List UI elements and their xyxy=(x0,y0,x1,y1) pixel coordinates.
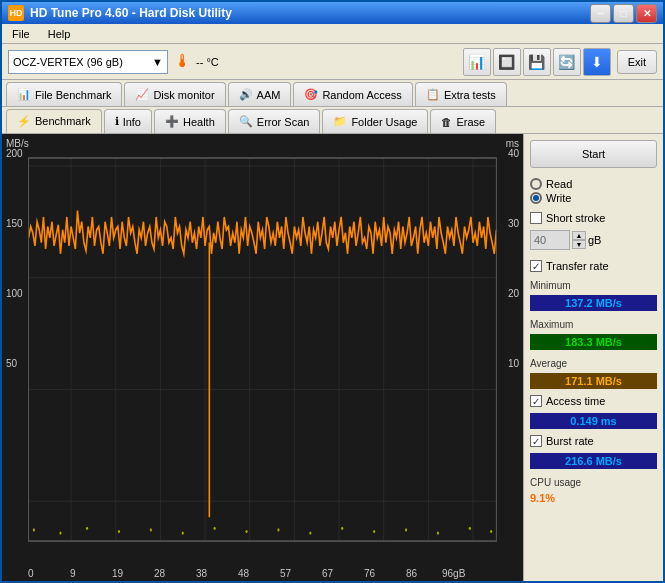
aam-icon: 🔊 xyxy=(239,88,253,101)
average-label: Average xyxy=(530,358,657,369)
stroke-up-button[interactable]: ▲ xyxy=(572,231,586,240)
burst-rate-value: 216.6 MB/s xyxy=(530,453,657,469)
tab-health[interactable]: ➕ Health xyxy=(154,109,226,133)
menu-bar: File Help xyxy=(2,24,663,44)
main-content: MB/s ms 200 150 100 50 40 30 20 10 0 9 1… xyxy=(2,134,663,581)
transfer-rate-checkbox[interactable]: ✓ Transfer rate xyxy=(530,260,657,272)
short-stroke-checkbox[interactable]: Short stroke xyxy=(530,212,657,224)
maximum-value: 183.3 MB/s xyxy=(530,334,657,350)
burst-rate-label: Burst rate xyxy=(546,435,594,447)
write-radio[interactable]: Write xyxy=(530,192,657,204)
tab-benchmark[interactable]: ⚡ Benchmark xyxy=(6,109,102,133)
refresh-icon-button[interactable]: 🔄 xyxy=(553,48,581,76)
random-access-icon: 🎯 xyxy=(304,88,318,101)
right-panel: Start Read Write Short stroke xyxy=(523,134,663,581)
svg-point-26 xyxy=(373,530,375,533)
write-radio-button[interactable] xyxy=(530,192,542,204)
toolbar: OCZ-VERTEX (96 gB) ▼ 🌡 -- °C 📊 🔲 💾 🔄 ⬇ E… xyxy=(2,44,663,80)
burst-rate-check[interactable]: ✓ xyxy=(530,435,542,447)
tab-extra-tests[interactable]: 📋 Extra tests xyxy=(415,82,507,106)
stroke-input-group: ▲ ▼ gB xyxy=(530,230,657,250)
erase-icon: 🗑 xyxy=(441,116,452,128)
write-label: Write xyxy=(546,192,571,204)
tab-error-scan[interactable]: 🔍 Error Scan xyxy=(228,109,321,133)
burst-rate-checkbox[interactable]: ✓ Burst rate xyxy=(530,435,657,447)
svg-point-29 xyxy=(469,527,471,530)
svg-point-18 xyxy=(118,530,120,533)
info-icon-button[interactable]: 🔲 xyxy=(493,48,521,76)
svg-point-24 xyxy=(309,532,311,535)
download-icon-button[interactable]: ⬇ xyxy=(583,48,611,76)
close-button[interactable]: ✕ xyxy=(636,4,657,23)
health-icon-button[interactable]: 📊 xyxy=(463,48,491,76)
access-time-value: 0.149 ms xyxy=(530,413,657,429)
app-icon: HD xyxy=(8,5,24,21)
read-radio[interactable]: Read xyxy=(530,178,657,190)
read-write-group: Read Write xyxy=(530,178,657,204)
tab-file-benchmark[interactable]: 📊 File Benchmark xyxy=(6,82,122,106)
cpu-usage-label: CPU usage xyxy=(530,477,657,488)
tab-disk-monitor[interactable]: 📈 Disk monitor xyxy=(124,82,225,106)
read-radio-button[interactable] xyxy=(530,178,542,190)
extra-tests-icon: 📋 xyxy=(426,88,440,101)
menu-file[interactable]: File xyxy=(8,27,34,41)
file-benchmark-icon: 📊 xyxy=(17,88,31,101)
drive-selector[interactable]: OCZ-VERTEX (96 gB) ▼ xyxy=(8,50,168,74)
transfer-rate-check[interactable]: ✓ xyxy=(530,260,542,272)
short-stroke-label: Short stroke xyxy=(546,212,605,224)
health-icon: ➕ xyxy=(165,115,179,128)
stroke-value-field[interactable] xyxy=(530,230,570,250)
save-icon-button[interactable]: 💾 xyxy=(523,48,551,76)
minimum-label: Minimum xyxy=(530,280,657,291)
average-value: 171.1 MB/s xyxy=(530,373,657,389)
cpu-usage-value: 9.1% xyxy=(530,492,657,504)
window-title: HD Tune Pro 4.60 - Hard Disk Utility xyxy=(30,6,232,20)
svg-point-15 xyxy=(33,528,35,531)
drive-name: OCZ-VERTEX xyxy=(13,56,84,68)
minimize-button[interactable]: ─ xyxy=(590,4,611,23)
exit-button[interactable]: Exit xyxy=(617,50,657,74)
svg-rect-31 xyxy=(29,158,497,541)
temperature-value: -- °C xyxy=(196,56,219,68)
chart-area: MB/s ms 200 150 100 50 40 30 20 10 0 9 1… xyxy=(2,134,523,581)
start-button[interactable]: Start xyxy=(530,140,657,168)
temperature-display: 🌡 -- °C xyxy=(174,51,219,72)
main-window: HD HD Tune Pro 4.60 - Hard Disk Utility … xyxy=(0,0,665,583)
disk-monitor-icon: 📈 xyxy=(135,88,149,101)
access-time-label: Access time xyxy=(546,395,605,407)
tab-row-1: 📊 File Benchmark 📈 Disk monitor 🔊 AAM 🎯 … xyxy=(2,80,663,107)
info-icon: ℹ xyxy=(115,115,119,128)
read-label: Read xyxy=(546,178,572,190)
tab-random-access[interactable]: 🎯 Random Access xyxy=(293,82,412,106)
stroke-down-button[interactable]: ▼ xyxy=(572,240,586,249)
maximum-label: Maximum xyxy=(530,319,657,330)
tab-aam[interactable]: 🔊 AAM xyxy=(228,82,292,106)
minimum-value: 137.2 MB/s xyxy=(530,295,657,311)
folder-usage-icon: 📁 xyxy=(333,115,347,128)
tab-info[interactable]: ℹ Info xyxy=(104,109,152,133)
menu-help[interactable]: Help xyxy=(44,27,75,41)
access-time-check[interactable]: ✓ xyxy=(530,395,542,407)
tab-erase[interactable]: 🗑 Erase xyxy=(430,109,496,133)
svg-point-17 xyxy=(86,527,88,530)
stroke-unit: gB xyxy=(588,234,601,246)
svg-point-23 xyxy=(277,528,279,531)
svg-point-30 xyxy=(490,530,492,533)
tab-row-2: ⚡ Benchmark ℹ Info ➕ Health 🔍 Error Scan… xyxy=(2,107,663,134)
error-scan-icon: 🔍 xyxy=(239,115,253,128)
svg-point-19 xyxy=(150,528,152,531)
access-time-checkbox[interactable]: ✓ Access time xyxy=(530,395,657,407)
tab-folder-usage[interactable]: 📁 Folder Usage xyxy=(322,109,428,133)
title-bar: HD HD Tune Pro 4.60 - Hard Disk Utility … xyxy=(2,2,663,24)
svg-point-25 xyxy=(341,527,343,530)
drive-dropdown-arrow: ▼ xyxy=(152,56,163,68)
svg-point-28 xyxy=(437,532,439,535)
svg-point-16 xyxy=(59,532,61,535)
transfer-rate-label: Transfer rate xyxy=(546,260,609,272)
benchmark-chart xyxy=(2,134,523,581)
svg-point-27 xyxy=(405,528,407,531)
short-stroke-check[interactable] xyxy=(530,212,542,224)
maximize-button[interactable]: □ xyxy=(613,4,634,23)
svg-point-21 xyxy=(214,527,216,530)
benchmark-icon: ⚡ xyxy=(17,115,31,128)
